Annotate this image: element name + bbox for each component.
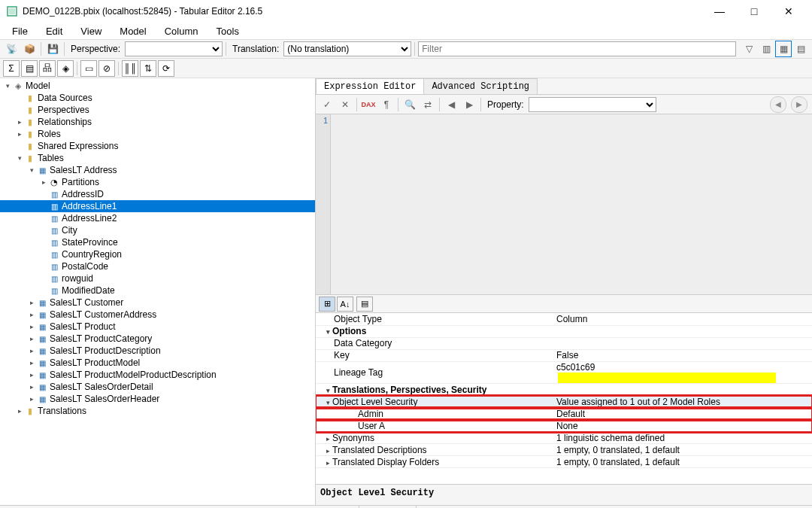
tree-table-productmodelproductdescription[interactable]: ▸▦SalesLT ProductModelProductDescription <box>0 369 315 381</box>
tree-tables[interactable]: ▾▮Tables <box>0 152 315 164</box>
column-icon: ▥ <box>48 261 60 272</box>
cancel-icon[interactable]: ✕ <box>337 96 353 113</box>
cube-icon[interactable]: ◈ <box>57 60 74 77</box>
minimize-button[interactable]: — <box>702 0 737 23</box>
nav-back-icon[interactable]: ◀ <box>770 96 786 113</box>
tree-table-customeraddress[interactable]: ▸▦SalesLT CustomerAddress <box>0 309 315 321</box>
tree-partitions[interactable]: ▸◔Partitions <box>0 176 315 188</box>
menu-tools[interactable]: Tools <box>209 24 247 38</box>
tree-roles[interactable]: ▸▮Roles <box>0 128 315 140</box>
deploy-icon[interactable]: 📦 <box>21 41 38 57</box>
model-tree[interactable]: ▾◈Model ▮Data Sources ▮Perspectives ▸▮Re… <box>0 78 316 505</box>
folder-icon: ▮ <box>24 129 36 139</box>
prop-ols-usera[interactable]: User ANone <box>316 420 812 432</box>
tree-table-productcategory[interactable]: ▸▦SalesLT ProductCategory <box>0 333 315 345</box>
prop-group-options[interactable]: ▾Options <box>316 325 812 337</box>
tree-datasources[interactable]: ▮Data Sources <box>0 92 315 104</box>
propview-icon[interactable]: ▤ <box>356 297 373 312</box>
tree-perspectives[interactable]: ▮Perspectives <box>0 104 315 116</box>
tree-col-addressid[interactable]: ▥AddressID <box>0 188 315 200</box>
folder-icon[interactable]: ▭ <box>80 60 97 77</box>
tree-table-product[interactable]: ▸▦SalesLT Product <box>0 321 315 333</box>
tree-col-postalcode[interactable]: ▥PostalCode <box>0 260 315 272</box>
prop-synonyms[interactable]: ▸Synonyms1 linguistic schema defined <box>316 432 812 444</box>
prop-ols-admin[interactable]: AdminDefault <box>316 408 812 420</box>
property-label: Property: <box>487 99 524 110</box>
columns-icon[interactable]: ║║ <box>122 60 138 77</box>
menu-edit[interactable]: Edit <box>38 24 70 38</box>
layout1-icon[interactable]: ▥ <box>758 41 774 57</box>
column-icon: ▥ <box>48 237 60 248</box>
menu-view[interactable]: View <box>73 24 109 38</box>
categorized-icon[interactable]: ⊞ <box>319 297 335 312</box>
outdent-icon[interactable]: ◀ <box>443 96 459 113</box>
filter-input[interactable] <box>418 41 736 56</box>
property-description: Object Level Security <box>316 484 812 505</box>
tree-shared-expressions[interactable]: ▮Shared Expressions <box>0 140 315 152</box>
prop-translated-descriptions[interactable]: ▸Translated Descriptions1 empty, 0 trans… <box>316 444 812 456</box>
tree-col-countryregion[interactable]: ▥CountryRegion <box>0 248 315 260</box>
status-bar: 1 column selected. 0 BP issues <box>0 505 812 508</box>
hierarchy-icon[interactable]: 品 <box>39 60 56 77</box>
tab-advanced-scripting[interactable]: Advanced Scripting <box>423 78 538 94</box>
tree-table-customer[interactable]: ▸▦SalesLT Customer <box>0 297 315 309</box>
connect-icon[interactable]: 📡 <box>3 41 20 57</box>
table-icon: ▦ <box>36 333 48 344</box>
find-icon[interactable]: 🔍 <box>401 96 418 113</box>
replace-icon[interactable]: ⇄ <box>420 96 436 113</box>
prop-key[interactable]: KeyFalse <box>316 349 812 361</box>
prop-ols[interactable]: ▾Object Level SecurityValue assigned to … <box>316 396 812 408</box>
folder-icon: ▮ <box>24 141 36 151</box>
tree-col-modifieddate[interactable]: ▥ModifiedDate <box>0 284 315 297</box>
indent-icon[interactable]: ▶ <box>461 96 477 113</box>
code-area[interactable] <box>331 114 812 294</box>
accept-icon[interactable]: ✓ <box>319 96 335 113</box>
tree-col-addressline2[interactable]: ▥AddressLine2 <box>0 212 315 224</box>
menu-model[interactable]: Model <box>112 24 153 38</box>
cube-icon: ◈ <box>12 81 24 91</box>
tree-table-address[interactable]: ▾▦SalesLT Address <box>0 164 315 176</box>
nav-fwd-icon[interactable]: ▶ <box>791 96 807 113</box>
filter-icon[interactable]: ▽ <box>741 41 757 57</box>
dax-icon[interactable]: DAX <box>360 96 377 113</box>
expression-editor[interactable]: 1 <box>316 114 812 295</box>
tree-table-salesorderdetail[interactable]: ▸▦SalesLT SalesOrderDetail <box>0 381 315 393</box>
tree-col-city[interactable]: ▥City <box>0 224 315 236</box>
tree-translations[interactable]: ▸▮Translations <box>0 405 315 417</box>
prop-group-translations[interactable]: ▾Translations, Perspectives, Security <box>316 384 812 396</box>
tab-expression-editor[interactable]: Expression Editor <box>316 78 424 94</box>
property-grid[interactable]: Object TypeColumn ▾Options Data Category… <box>316 313 812 484</box>
tree-col-stateprovince[interactable]: ▥StateProvince <box>0 236 315 248</box>
prop-data-category[interactable]: Data Category <box>316 337 812 349</box>
tree-table-salesorderheader[interactable]: ▸▦SalesLT SalesOrderHeader <box>0 393 315 405</box>
prop-lineage-tag[interactable]: Lineage Tagc5c01c69 <box>316 361 812 384</box>
close-button[interactable]: ✕ <box>771 0 806 23</box>
maximize-button[interactable]: □ <box>737 0 771 23</box>
tree-col-addressline1[interactable]: ▥AddressLine1 <box>0 200 315 212</box>
tree-model[interactable]: ▾◈Model <box>0 80 315 92</box>
tree-table-productdescription[interactable]: ▸▦SalesLT ProductDescription <box>0 345 315 357</box>
translation-select[interactable]: (No translation) <box>283 41 411 56</box>
menu-file[interactable]: File <box>5 24 35 38</box>
tree-table-productmodel[interactable]: ▸▦SalesLT ProductModel <box>0 357 315 369</box>
alphabetical-icon[interactable]: A↓ <box>337 297 353 312</box>
right-pane: Expression Editor Advanced Scripting ✓ ✕… <box>316 78 812 505</box>
tree-relationships[interactable]: ▸▮Relationships <box>0 116 315 128</box>
grid1-icon[interactable]: ▤ <box>21 60 38 77</box>
save-icon[interactable]: 💾 <box>44 41 61 57</box>
layout2-icon[interactable]: ▦ <box>775 41 792 57</box>
sigma-icon[interactable]: Σ <box>3 60 20 77</box>
secondary-toolbar: Σ ▤ 品 ◈ ▭ ⊘ ║║ ⇅ ⟳ <box>0 59 812 78</box>
prop-object-type[interactable]: Object TypeColumn <box>316 313 812 325</box>
prop-translated-display-folders[interactable]: ▸Translated Display Folders1 empty, 0 tr… <box>316 456 812 468</box>
hidden-icon[interactable]: ⊘ <box>98 60 115 77</box>
menu-column[interactable]: Column <box>157 24 206 38</box>
sort-icon[interactable]: ⇅ <box>140 60 156 77</box>
layout3-icon[interactable]: ▤ <box>792 41 809 57</box>
refresh-icon[interactable]: ⟳ <box>158 60 174 77</box>
property-select[interactable] <box>529 97 656 112</box>
perspective-select[interactable] <box>125 41 223 56</box>
table-icon: ▦ <box>36 345 48 356</box>
tree-col-rowguid[interactable]: ▥rowguid <box>0 272 315 284</box>
format-icon[interactable]: ¶ <box>378 96 395 113</box>
